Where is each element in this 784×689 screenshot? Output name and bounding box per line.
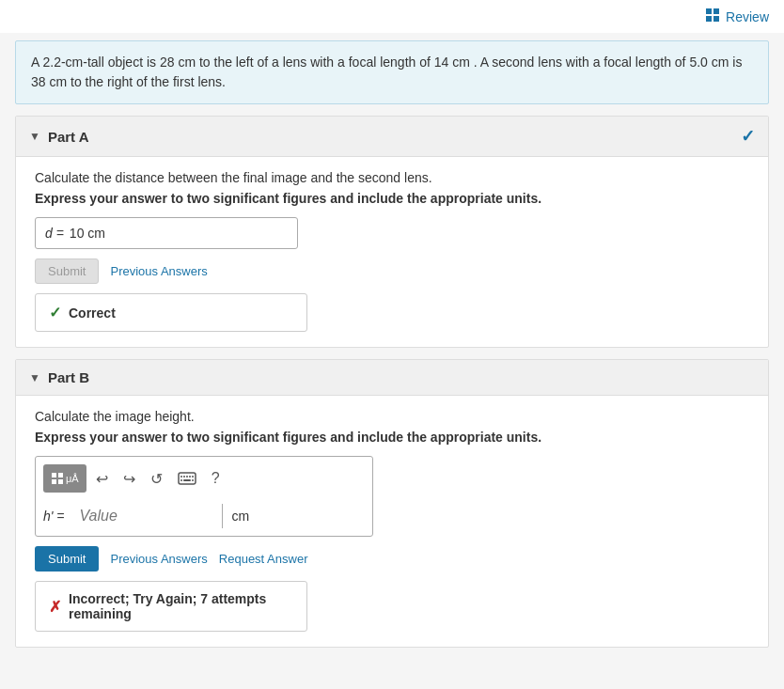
part-a-submit-button[interactable]: Submit xyxy=(35,258,99,284)
part-b-result-label: Incorrect; Try Again; 7 attempts remaini… xyxy=(69,591,293,621)
part-b-title: Part B xyxy=(48,369,89,385)
undo-button[interactable]: ↩ xyxy=(90,464,114,493)
help-button[interactable]: ? xyxy=(206,464,226,493)
part-b-input-row: h' = cm xyxy=(43,504,365,528)
keyboard-button[interactable] xyxy=(172,464,202,493)
part-b-result-box: ✗ Incorrect; Try Again; 7 attempts remai… xyxy=(35,581,307,632)
svg-rect-7 xyxy=(58,479,63,484)
part-b-math-input-container: μÅ ↩ ↪ ↺ xyxy=(35,456,373,537)
review-icon xyxy=(705,8,720,25)
part-b-request-answer-link[interactable]: Request Answer xyxy=(219,552,308,566)
grid-toolbar-button[interactable]: μÅ xyxy=(43,464,86,493)
part-a-body: Calculate the distance between the final… xyxy=(16,157,768,347)
part-a-answer-value: 10 cm xyxy=(70,226,105,241)
part-a-result-box: ✓ Correct xyxy=(35,293,307,332)
part-a-bold-instruction: Express your answer to two significant f… xyxy=(35,191,749,206)
part-a-header-left: ▼ Part A xyxy=(29,129,89,145)
problem-text: A 2.2-cm-tall object is 28 cm to the lef… xyxy=(31,55,742,89)
part-b-bold-instruction: Express your answer to two significant f… xyxy=(35,430,749,445)
part-a-title: Part A xyxy=(48,129,89,145)
top-bar: Review xyxy=(0,0,784,33)
part-a-previous-answers-link[interactable]: Previous Answers xyxy=(110,264,207,278)
part-a-correct-checkmark-icon: ✓ xyxy=(741,126,755,147)
svg-rect-8 xyxy=(179,473,196,484)
svg-rect-0 xyxy=(706,8,712,14)
part-b-value-input[interactable] xyxy=(72,504,223,528)
svg-rect-2 xyxy=(706,16,712,22)
svg-rect-4 xyxy=(52,473,56,478)
part-a-chevron-icon: ▼ xyxy=(29,130,40,143)
part-a-btn-row: Submit Previous Answers xyxy=(35,258,749,284)
part-a-header[interactable]: ▼ Part A ✓ xyxy=(16,117,768,157)
refresh-button[interactable]: ↺ xyxy=(145,464,168,493)
redo-button[interactable]: ↪ xyxy=(118,464,141,493)
part-b-chevron-icon: ▼ xyxy=(29,371,40,384)
part-b-body: Calculate the image height. Express your… xyxy=(16,396,768,647)
svg-rect-6 xyxy=(52,479,56,484)
part-a-answer-input: d = 10 cm xyxy=(35,217,298,249)
part-b-header[interactable]: ▼ Part B xyxy=(16,360,768,396)
part-a-var-label: d = xyxy=(45,226,64,241)
part-b-btn-row: Submit Previous Answers Request Answer xyxy=(35,546,749,572)
part-b-x-icon: ✗ xyxy=(49,598,61,616)
part-b-header-left: ▼ Part B xyxy=(29,369,89,385)
part-b-instruction: Calculate the image height. xyxy=(35,409,749,424)
part-a-section: ▼ Part A ✓ Calculate the distance betwee… xyxy=(15,116,769,348)
part-a-check-icon: ✓ xyxy=(49,304,61,321)
part-b-var-label: h' = xyxy=(43,509,65,524)
review-label: Review xyxy=(726,9,769,24)
part-b-previous-answers-link[interactable]: Previous Answers xyxy=(110,552,207,566)
part-b-unit-display: cm xyxy=(223,505,259,527)
review-button[interactable]: Review xyxy=(705,8,769,25)
mu-label: μÅ xyxy=(66,473,79,484)
svg-rect-5 xyxy=(58,473,63,478)
part-b-section: ▼ Part B Calculate the image height. Exp… xyxy=(15,359,769,648)
svg-rect-1 xyxy=(713,8,719,14)
part-a-result-label: Correct xyxy=(69,305,116,321)
part-b-toolbar: μÅ ↩ ↪ ↺ xyxy=(43,464,365,496)
problem-statement: A 2.2-cm-tall object is 28 cm to the lef… xyxy=(15,40,769,104)
svg-rect-3 xyxy=(713,16,719,22)
part-a-instruction: Calculate the distance between the final… xyxy=(35,170,749,185)
part-b-submit-button[interactable]: Submit xyxy=(35,546,99,572)
